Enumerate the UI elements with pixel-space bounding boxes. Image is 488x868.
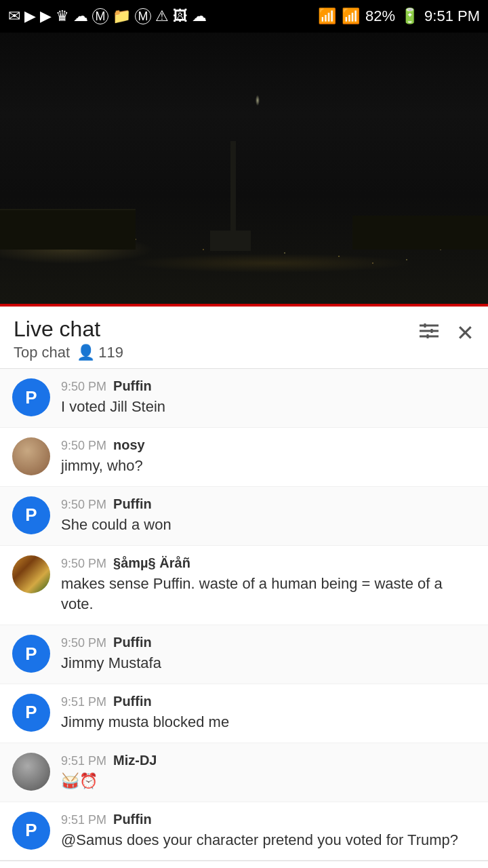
m-icon: M: [92, 8, 108, 24]
viewer-count: 👤 119: [77, 344, 123, 361]
chat-message: P 9:51 PM Puffin Jimmy musta blocked me: [0, 684, 488, 743]
chat-messages: P 9:50 PM Puffin I voted Jill Stein 9:50…: [0, 369, 488, 861]
m2-icon: M: [135, 8, 151, 24]
message-text: I voted Jill Stein: [61, 397, 476, 418]
persons-icon: 👤: [77, 344, 95, 361]
message-meta: 9:50 PM §åmµ§ Äråñ: [61, 555, 476, 571]
chat-message: 9:50 PM §åmµ§ Äråñ makes sense Puffin. w…: [0, 546, 488, 626]
youtube-icon: ▶: [24, 7, 36, 25]
warning-icon: ⚠: [155, 7, 169, 25]
message-text: Jimmy Mustafa: [61, 653, 476, 674]
message-author: nosy: [113, 437, 145, 453]
chat-message: P 9:50 PM Puffin Jimmy Mustafa: [0, 625, 488, 684]
message-time: 9:51 PM: [61, 754, 106, 768]
building-silhouette-left: [0, 209, 136, 250]
message-author: Puffin: [113, 635, 152, 650]
message-author: Miz-DJ: [113, 753, 157, 768]
message-time: 9:51 PM: [61, 695, 106, 709]
message-time: 9:50 PM: [61, 380, 106, 394]
message-icon: ✉: [8, 7, 20, 25]
crown-icon: ♛: [56, 7, 69, 25]
avatar: P: [12, 812, 50, 850]
message-meta: 9:51 PM Puffin: [61, 812, 476, 827]
message-text: She could a won: [61, 515, 476, 536]
status-right: 📶 📶 82% 🔋 9:51 PM: [318, 7, 480, 25]
message-content: 9:50 PM Puffin She could a won: [61, 496, 476, 536]
message-author: §åmµ§ Äråñ: [113, 555, 190, 571]
avatar: P: [12, 694, 50, 732]
signal-icon: 📶: [342, 7, 360, 25]
message-text: makes sense Puffin. waste of a human bei…: [61, 574, 476, 616]
viewer-count-number: 119: [98, 344, 123, 361]
chat-message: 9:51 PM Miz-DJ 🥁⏰: [0, 743, 488, 802]
message-author: Puffin: [113, 496, 152, 512]
battery-text: 82%: [365, 7, 395, 25]
message-time: 9:50 PM: [61, 557, 106, 571]
avatar: [12, 555, 50, 593]
video-thumbnail: [0, 33, 488, 304]
video-player[interactable]: [0, 33, 488, 304]
message-content: 9:51 PM Miz-DJ 🥁⏰: [61, 753, 476, 792]
avatar: P: [12, 496, 50, 534]
avatar: P: [12, 378, 50, 416]
chat-message: P 9:50 PM Puffin I voted Jill Stein: [0, 369, 488, 428]
top-chat-row: Top chat 👤 119: [14, 344, 123, 361]
message-meta: 9:50 PM Puffin: [61, 378, 476, 394]
battery-icon: 🔋: [401, 7, 419, 25]
avatar: P: [12, 635, 50, 673]
message-time: 9:50 PM: [61, 439, 106, 453]
message-meta: 9:51 PM Puffin: [61, 694, 476, 709]
live-chat-title: Live chat: [14, 317, 123, 341]
message-time: 9:50 PM: [61, 498, 106, 512]
message-author: Puffin: [113, 812, 152, 827]
message-meta: 9:50 PM Puffin: [61, 635, 476, 650]
notification-icons: ✉ ▶ ▶ ♛ ☁ M 📁 M ⚠ 🖼 ☁: [8, 7, 207, 25]
message-content: 9:50 PM Puffin Jimmy Mustafa: [61, 635, 476, 674]
youtube2-icon: ▶: [40, 7, 52, 25]
monument-base: [210, 231, 251, 251]
chat-input-bar: 😊 $: [0, 861, 488, 868]
chat-header-left: Live chat Top chat 👤 119: [14, 317, 123, 361]
message-content: 9:51 PM Puffin @Samus does your characte…: [61, 812, 476, 851]
message-text: jimmy, who?: [61, 456, 476, 477]
message-content: 9:50 PM Puffin I voted Jill Stein: [61, 378, 476, 418]
folder-icon: 📁: [113, 7, 131, 25]
message-author: Puffin: [113, 378, 152, 394]
message-time: 9:51 PM: [61, 813, 106, 827]
close-chat-icon[interactable]: ✕: [456, 320, 474, 346]
message-content: 9:50 PM nosy jimmy, who?: [61, 437, 476, 477]
chat-header-right: ✕: [418, 317, 474, 346]
building-silhouette-right: [352, 216, 488, 250]
message-meta: 9:50 PM Puffin: [61, 496, 476, 512]
message-content: 9:51 PM Puffin Jimmy musta blocked me: [61, 694, 476, 733]
message-author: Puffin: [113, 694, 152, 709]
status-bar: ✉ ▶ ▶ ♛ ☁ M 📁 M ⚠ 🖼 ☁ 📶 📶 82% 🔋 9:51 PM: [0, 0, 488, 33]
message-content: 9:50 PM §åmµ§ Äråñ makes sense Puffin. w…: [61, 555, 476, 616]
avatar: [12, 437, 50, 475]
chat-message: P 9:50 PM Puffin She could a won: [0, 487, 488, 546]
message-text: Jimmy musta blocked me: [61, 712, 476, 733]
message-meta: 9:50 PM nosy: [61, 437, 476, 453]
cloud-icon: ☁: [73, 7, 88, 25]
chat-message: P 9:51 PM Puffin @Samus does your charac…: [0, 802, 488, 861]
message-meta: 9:51 PM Miz-DJ: [61, 753, 476, 768]
chat-header: Live chat Top chat 👤 119 ✕: [0, 307, 488, 369]
image-icon: 🖼: [173, 7, 188, 25]
avatar: [12, 753, 50, 791]
wifi-icon: 📶: [318, 7, 336, 25]
message-time: 9:50 PM: [61, 636, 106, 650]
top-chat-label: Top chat: [14, 344, 70, 361]
message-text: @Samus does your character pretend you v…: [61, 830, 476, 851]
chat-message: 9:50 PM nosy jimmy, who?: [0, 428, 488, 487]
cloud2-icon: ☁: [192, 7, 207, 25]
clock: 9:51 PM: [424, 7, 480, 25]
filter-icon[interactable]: [418, 321, 440, 345]
message-text: 🥁⏰: [61, 771, 476, 792]
